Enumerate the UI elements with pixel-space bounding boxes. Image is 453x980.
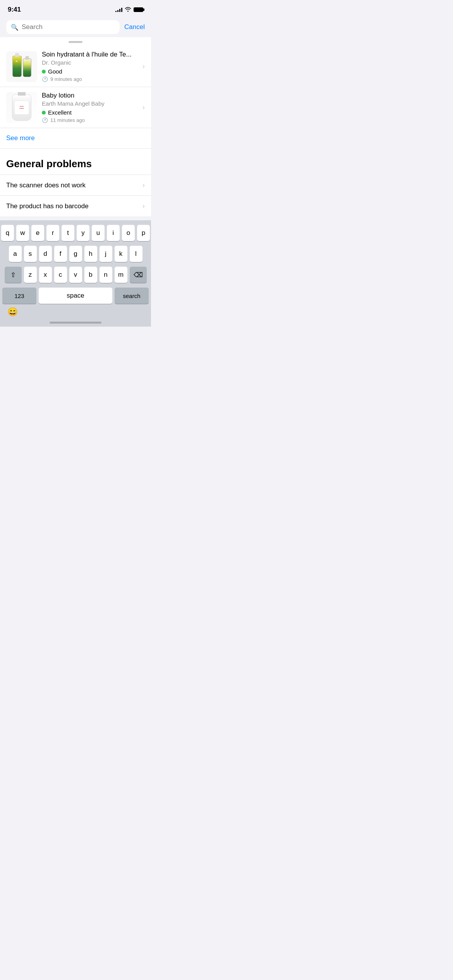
see-more-section[interactable]: See more <box>0 128 151 149</box>
key-t[interactable]: t <box>62 225 74 241</box>
search-icon: 🔍 <box>11 24 19 31</box>
key-u[interactable]: u <box>92 225 105 241</box>
product-image-earth-mama: earthmama <box>6 92 37 123</box>
key-h[interactable]: h <box>84 246 97 262</box>
emoji-button[interactable]: 😄 <box>7 307 18 317</box>
keyboard-row-4: 123 space search <box>1 288 150 304</box>
status-icons <box>115 7 143 13</box>
key-f[interactable]: f <box>54 246 67 262</box>
key-v[interactable]: v <box>69 267 82 283</box>
key-n[interactable]: n <box>100 267 112 283</box>
delete-key[interactable]: ⌫ <box>130 267 147 283</box>
key-y[interactable]: y <box>77 225 89 241</box>
product-item-earth-mama[interactable]: earthmama Baby lotion Earth Mama Angel B… <box>0 87 151 128</box>
chevron-right-earth-mama: › <box>142 103 145 111</box>
general-problems-header: General problems <box>0 149 151 175</box>
product-time-dr-organic: 🕐 9 minutes ago <box>42 76 138 82</box>
product-image-dr-organic: dr. <box>6 51 37 82</box>
search-bar-container: 🔍 Cancel <box>0 17 151 37</box>
problem-item-scanner[interactable]: The scanner does not work › <box>0 175 151 195</box>
key-o[interactable]: o <box>122 225 135 241</box>
key-w[interactable]: w <box>16 225 29 241</box>
rating-text-earth-mama: Excellent <box>48 109 72 116</box>
see-more-button[interactable]: See more <box>6 134 35 142</box>
product-item-dr-organic[interactable]: dr. Soin hydratant à l'huile de Te... Dr… <box>0 46 151 87</box>
problem-item-barcode[interactable]: The product has no barcode › <box>0 195 151 216</box>
key-q[interactable]: q <box>1 225 14 241</box>
wifi-icon <box>125 7 131 13</box>
product-name-dr-organic: Soin hydratant à l'huile de Te... <box>42 51 138 58</box>
clock-icon-2: 🕐 <box>42 117 48 123</box>
keyboard-row-3: ⇧ z x c v b n m ⌫ <box>1 267 150 283</box>
key-j[interactable]: j <box>100 246 112 262</box>
cancel-button[interactable]: Cancel <box>124 23 145 31</box>
key-b[interactable]: b <box>84 267 97 283</box>
key-s[interactable]: s <box>24 246 37 262</box>
numbers-key[interactable]: 123 <box>2 288 36 304</box>
keyboard-row-1: q w e r t y u i o p <box>1 225 150 241</box>
key-x[interactable]: x <box>39 267 52 283</box>
search-input[interactable] <box>22 23 115 31</box>
search-input-wrapper[interactable]: 🔍 <box>6 20 120 34</box>
product-rating-dr-organic: Good <box>42 68 138 75</box>
rating-dot-good <box>42 70 46 74</box>
key-a[interactable]: a <box>9 246 22 262</box>
time-text-earth-mama: 11 minutes ago <box>50 117 85 123</box>
product-rating-earth-mama: Excellent <box>42 109 138 116</box>
status-bar: 9:41 <box>0 0 151 17</box>
space-key[interactable]: space <box>39 288 112 304</box>
product-brand-dr-organic: Dr. Organic <box>42 59 138 66</box>
signal-icon <box>115 7 122 12</box>
key-l[interactable]: l <box>130 246 142 262</box>
product-info-earth-mama: Baby lotion Earth Mama Angel Baby Excell… <box>37 92 142 123</box>
chevron-right-dr-organic: › <box>142 62 145 70</box>
recent-header-area <box>0 37 151 46</box>
section-title: General problems <box>6 158 92 170</box>
scroll-content: dr. Soin hydratant à l'huile de Te... Dr… <box>0 37 151 216</box>
key-k[interactable]: k <box>115 246 127 262</box>
product-time-earth-mama: 🕐 11 minutes ago <box>42 117 138 123</box>
time-text-dr-organic: 9 minutes ago <box>50 76 82 82</box>
keyboard-row-2: a s d f g h j k l <box>1 246 150 262</box>
key-i[interactable]: i <box>107 225 120 241</box>
product-name-earth-mama: Baby lotion <box>42 92 138 99</box>
key-d[interactable]: d <box>39 246 52 262</box>
key-m[interactable]: m <box>115 267 127 283</box>
key-c[interactable]: c <box>54 267 67 283</box>
battery-icon <box>134 7 143 12</box>
scroll-indicator <box>69 41 82 43</box>
keyboard: q w e r t y u i o p a s d f g h j k l ⇧ … <box>0 220 151 327</box>
key-p[interactable]: p <box>137 225 150 241</box>
key-r[interactable]: r <box>46 225 59 241</box>
product-brand-earth-mama: Earth Mama Angel Baby <box>42 100 138 107</box>
chevron-right-scanner: › <box>142 181 145 189</box>
clock-icon: 🕐 <box>42 76 48 82</box>
emoji-row: 😄 <box>1 304 150 320</box>
home-indicator <box>1 320 150 327</box>
rating-dot-excellent <box>42 111 46 115</box>
chevron-right-barcode: › <box>142 202 145 210</box>
problem-text-barcode: The product has no barcode <box>6 202 89 210</box>
status-time: 9:41 <box>8 6 21 14</box>
product-info-dr-organic: Soin hydratant à l'huile de Te... Dr. Or… <box>37 51 142 82</box>
search-key[interactable]: search <box>115 288 149 304</box>
rating-text-dr-organic: Good <box>48 68 62 75</box>
key-g[interactable]: g <box>69 246 82 262</box>
problem-text-scanner: The scanner does not work <box>6 182 86 189</box>
key-z[interactable]: z <box>24 267 37 283</box>
home-bar <box>50 322 101 324</box>
key-e[interactable]: e <box>31 225 44 241</box>
shift-key[interactable]: ⇧ <box>5 267 22 283</box>
